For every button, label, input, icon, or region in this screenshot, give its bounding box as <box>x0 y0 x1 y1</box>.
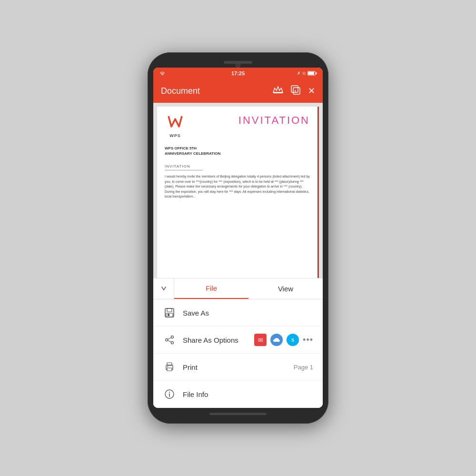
email-share-icon[interactable]: ✉ <box>254 334 267 346</box>
svg-point-22 <box>169 392 170 393</box>
print-meta: Page 1 <box>294 364 313 371</box>
wifi-icon <box>159 71 166 76</box>
document-area: WPS INVITATION WPS OFFICE 5TH ANNIVERSAR… <box>153 103 323 278</box>
info-icon <box>163 387 176 401</box>
phone-frame: 17:25 ✗ ⊙ Document <box>148 52 328 424</box>
print-label: Print <box>183 363 294 371</box>
svg-point-12 <box>166 339 168 341</box>
chevron-down-icon <box>161 286 167 292</box>
status-time: 17:25 <box>231 70 245 76</box>
invitation-heading: INVITATION <box>238 114 310 127</box>
close-icon[interactable]: ✕ <box>308 86 315 96</box>
share-options-icons: ✉ S ••• <box>254 334 313 346</box>
phone-screen: 17:25 ✗ ⊙ Document <box>153 68 323 408</box>
status-bar-left <box>159 71 166 76</box>
menu-tabs: File View <box>153 278 323 299</box>
phone-home-bar <box>209 413 267 415</box>
tab-view[interactable]: View <box>248 278 323 299</box>
status-bar: 17:25 ✗ ⊙ <box>153 68 323 79</box>
bluetooth-icon: ✗ <box>297 71 301 76</box>
doc-section-label: INVITATION <box>165 164 203 170</box>
more-share-icon[interactable]: ••• <box>303 335 313 345</box>
toolbar-title: Document <box>161 86 273 96</box>
svg-point-11 <box>171 336 174 338</box>
tab-file[interactable]: File <box>174 278 248 299</box>
svg-rect-18 <box>167 368 172 371</box>
skype-share-icon[interactable]: S <box>287 334 299 346</box>
doc-subtitle: WPS OFFICE 5TH ANNIVERSARY CELEBRATION <box>165 146 310 156</box>
svg-point-13 <box>171 342 174 344</box>
doc-body: I would hereby invite the members of Bei… <box>165 174 310 199</box>
phone-camera <box>236 63 240 68</box>
svg-point-19 <box>167 367 168 367</box>
wps-logo-icon <box>165 114 186 132</box>
svg-rect-1 <box>316 72 317 74</box>
wps-text: WPS <box>169 133 181 138</box>
document-page: WPS INVITATION WPS OFFICE 5TH ANNIVERSAR… <box>157 107 319 278</box>
file-info-label: File Info <box>183 390 313 398</box>
battery-icon <box>307 71 317 76</box>
menu-item-save-as[interactable]: Save As <box>153 299 323 327</box>
svg-rect-10 <box>168 314 169 316</box>
share-label: Share As Options <box>183 336 254 344</box>
save-icon <box>163 306 176 319</box>
svg-line-14 <box>168 337 171 339</box>
menu-items: Save As Share As Options <box>153 299 323 408</box>
crown-icon[interactable] <box>273 86 283 97</box>
print-icon <box>163 360 176 374</box>
tabs-icon[interactable]: 1 <box>291 85 300 97</box>
wps-logo: WPS <box>165 114 186 138</box>
menu-item-share[interactable]: Share As Options ✉ S ••• <box>153 327 323 354</box>
svg-rect-8 <box>167 308 172 312</box>
app-toolbar: Document 1 ✕ <box>153 79 323 103</box>
alarm-icon: ⊙ <box>302 71 306 76</box>
menu-item-file-info[interactable]: File Info <box>153 381 323 408</box>
doc-header: WPS INVITATION <box>165 114 310 138</box>
svg-line-15 <box>168 340 171 342</box>
bottom-menu: File View <box>153 278 323 408</box>
menu-item-print[interactable]: Print Page 1 <box>153 354 323 381</box>
share-icon <box>163 333 176 347</box>
save-as-label: Save As <box>183 309 313 317</box>
tab-chevron[interactable] <box>153 278 174 299</box>
status-bar-right: ✗ ⊙ <box>297 71 317 76</box>
svg-rect-3 <box>273 92 283 93</box>
cloud-share-icon[interactable] <box>270 334 283 346</box>
print-page-info: Page 1 <box>294 364 313 371</box>
svg-rect-2 <box>308 72 314 75</box>
toolbar-icons: 1 ✕ <box>273 85 315 97</box>
svg-text:1: 1 <box>294 89 297 93</box>
